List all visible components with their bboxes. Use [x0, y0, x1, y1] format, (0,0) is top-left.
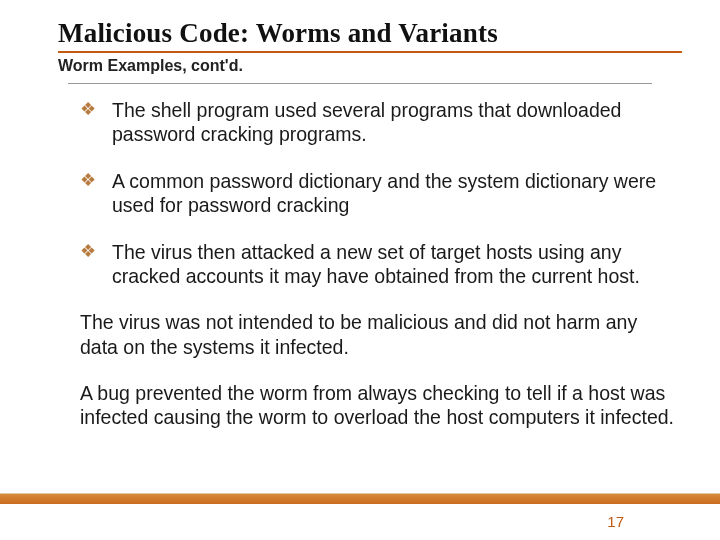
diamond-icon: ❖: [80, 171, 98, 189]
bullet-list: ❖ The shell program used several program…: [80, 98, 682, 288]
divider: [68, 83, 652, 84]
list-item-text: The shell program used several programs …: [112, 99, 621, 145]
slide-title: Malicious Code: Worms and Variants: [58, 18, 682, 53]
page-number: 17: [607, 513, 624, 530]
list-item: ❖ The shell program used several program…: [80, 98, 682, 147]
diamond-icon: ❖: [80, 100, 98, 118]
list-item-text: The virus then attacked a new set of tar…: [112, 241, 640, 287]
slide-subtitle: Worm Examples, cont'd.: [58, 57, 682, 75]
body-paragraph: The virus was not intended to be malicio…: [80, 310, 680, 359]
footer-band: [0, 494, 720, 504]
list-item: ❖ A common password dictionary and the s…: [80, 169, 682, 218]
slide: Malicious Code: Worms and Variants Worm …: [0, 0, 720, 540]
list-item: ❖ The virus then attacked a new set of t…: [80, 240, 682, 289]
list-item-text: A common password dictionary and the sys…: [112, 170, 656, 216]
diamond-icon: ❖: [80, 242, 98, 260]
body-paragraph: A bug prevented the worm from always che…: [80, 381, 680, 430]
